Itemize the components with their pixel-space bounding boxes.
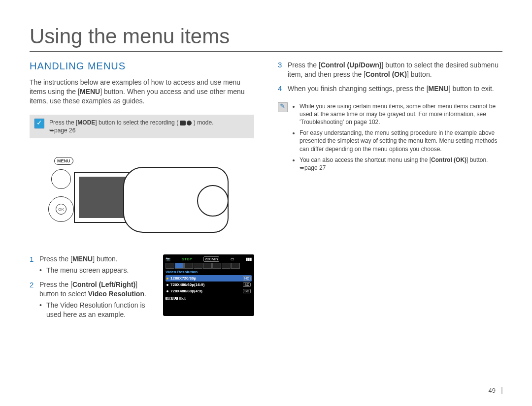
photo-mode-icon (187, 121, 192, 125)
step-1: 1 Press the [MENU] button. The menu scre… (30, 254, 157, 275)
check-icon (34, 119, 44, 128)
tip-item: You can also access the shortcut menu us… (299, 156, 502, 172)
step-body: Press the [MENU] button. The menu screen… (39, 254, 157, 275)
step2-text-c: . (144, 290, 146, 298)
osd-camera-icon: 📷 (166, 257, 170, 261)
tip3-ref: page 27 (304, 164, 326, 171)
step-number: 3 (278, 61, 284, 79)
step-number: 2 (30, 280, 35, 319)
osd-dot-icon (166, 290, 168, 292)
tips-box: While you are using certain menu items, … (278, 102, 502, 175)
step3-text-a: Press the [ (288, 61, 321, 69)
section-heading: HANDLING MENUS (30, 61, 254, 72)
mode-icons (180, 121, 192, 125)
osd-tab (166, 263, 174, 269)
tips-list: While you are using certain menu items, … (293, 102, 502, 175)
step2-text-a: Press the [ (39, 281, 72, 288)
step2-sub: The Video Resolution function is used he… (39, 301, 157, 319)
step3-text-c: ] button. (407, 70, 432, 78)
step3-ctrl-bold: Control (Up/Down) (321, 61, 382, 69)
note-mode-bold: MODE (77, 119, 95, 126)
intro-paragraph: The instructions below are examples of h… (30, 78, 254, 106)
pencil-icon (278, 102, 288, 112)
tip-item: For easy understanding, the menu setting… (299, 129, 502, 153)
osd-battery-icon: ▮▮▮ (246, 257, 252, 261)
osd-dot-icon (166, 278, 168, 280)
osd-tab-row (166, 263, 252, 269)
right-column: 3 Press the [Control (Up/Down)] button t… (278, 61, 502, 324)
osd-row: 720X480/60p(16:9) SD (166, 281, 252, 288)
step-body: Press the [Control (Left/Right)] button … (39, 280, 157, 319)
menu-button-circle (51, 169, 71, 189)
osd-res-tag: HD (243, 276, 251, 281)
tip3-text-a: You can also access the shortcut menu us… (299, 156, 431, 163)
osd-row: 720X480/60p(4:3) SD (166, 288, 252, 294)
step3-ok-bold: Control (OK) (366, 70, 407, 78)
osd-menu-title: Video Resolution (166, 270, 252, 274)
two-column-layout: HANDLING MENUS The instructions below ar… (30, 61, 502, 324)
step1-text-a: Press the [ (39, 255, 72, 263)
step-number: 1 (30, 254, 35, 275)
osd-tab (212, 263, 221, 269)
osd-card-icon: ▭ (231, 257, 234, 261)
steps-text: 1 Press the [MENU] button. The menu scre… (30, 254, 157, 324)
step-number: 4 (278, 84, 284, 94)
camcorder-body (123, 167, 229, 233)
mode-note-box: Press the [MODE] button to select the re… (30, 115, 254, 138)
note-page-ref: page 26 (54, 127, 75, 134)
osd-res-tag: SD (243, 289, 251, 293)
ok-button-label: OK (56, 204, 66, 215)
osd-exit-row: MENU Exit (166, 296, 252, 301)
step-4: 4 When you finish changing settings, pre… (278, 84, 502, 94)
step2-ctrl-bold: Control (Left/Right) (72, 281, 135, 288)
step4-text-a: When you finish changing settings, press… (288, 85, 429, 93)
menu-button-label: MENU (54, 157, 73, 165)
osd-tab (203, 263, 212, 269)
left-column: HANDLING MENUS The instructions below ar… (30, 61, 254, 324)
osd-stby-label: STBY (182, 257, 192, 261)
page-title: Using the menu items (30, 25, 502, 52)
page-number: 49 (489, 387, 502, 394)
osd-top-bar: 📷 STBY 220Min ▭ ▮▮▮ (166, 256, 252, 262)
video-mode-icon (180, 121, 186, 125)
tip-item: While you are using certain menu items, … (299, 102, 502, 126)
tip3-text-b: ] button. (466, 156, 488, 163)
osd-row-selected: 1280X720/30p HD (166, 275, 252, 281)
osd-tab (184, 263, 193, 269)
control-pad: OK (48, 196, 74, 222)
osd-res-value: 1280X720/30p (170, 276, 241, 281)
osd-menu-screenshot: 📷 STBY 220Min ▭ ▮▮▮ (163, 254, 254, 316)
step4-text-b: ] button to exit. (449, 85, 494, 93)
step4-menu-bold: MENU (429, 85, 449, 93)
osd-res-tag: SD (243, 282, 251, 287)
osd-tab (194, 263, 202, 269)
camcorder-illustration: MENU OK (39, 147, 254, 246)
step2-target-bold: Video Resolution (88, 290, 144, 298)
step-3: 3 Press the [Control (Up/Down)] button t… (278, 61, 502, 79)
intro-menu-bold: MENU (80, 88, 100, 95)
step-body: When you finish changing settings, press… (288, 84, 502, 94)
osd-tab (222, 263, 231, 269)
camcorder-lens (197, 185, 229, 217)
tip3-ctrl-bold: Control (OK) (431, 156, 466, 163)
step-2: 2 Press the [Control (Left/Right)] butto… (30, 280, 157, 319)
osd-res-value: 720X480/60p(4:3) (170, 289, 241, 293)
osd-menu-badge: MENU (166, 297, 178, 300)
osd-time-label: 220Min (203, 256, 219, 262)
note-text-c: ) mode. (194, 119, 214, 126)
step1-menu-bold: MENU (72, 255, 93, 263)
osd-exit-label: Exit (179, 296, 186, 301)
osd-res-value: 720X480/60p(16:9) (170, 282, 241, 287)
note-text-b: ] button to select the recording ( (95, 119, 178, 126)
osd-tab-selected (175, 263, 184, 269)
step1-text-b: ] button. (93, 255, 118, 263)
note-text: Press the [MODE] button to select the re… (49, 119, 214, 134)
osd-dot-icon (166, 284, 168, 286)
manual-page: Using the menu items HANDLING MENUS The … (0, 0, 532, 406)
osd-tab (231, 263, 240, 269)
note-text-a: Press the [ (49, 119, 77, 126)
step-body: Press the [Control (Up/Down)] button to … (288, 61, 502, 79)
steps-block: 1 Press the [MENU] button. The menu scre… (30, 254, 254, 324)
step1-sub: The menu screen appears. (39, 266, 157, 275)
